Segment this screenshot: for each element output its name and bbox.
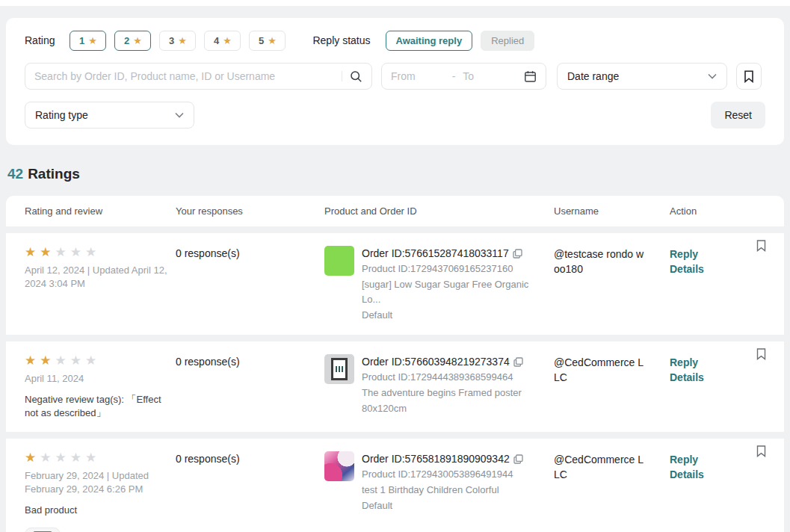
bookmark-icon xyxy=(744,70,754,83)
order-id-line: Order ID:576603948219273374 xyxy=(362,354,523,369)
star-filled-icon: ★ xyxy=(25,245,36,259)
action-cell: Reply Details xyxy=(670,246,765,323)
reply-link[interactable]: Reply xyxy=(670,355,765,370)
star-icon: ★ xyxy=(223,35,232,46)
rating-filter-4-star[interactable]: 4 ★ xyxy=(204,31,241,51)
product-variant: Default xyxy=(362,498,523,513)
copy-icon[interactable] xyxy=(513,454,523,464)
details-link[interactable]: Details xyxy=(670,370,765,385)
star-rating: ★★★★★ xyxy=(25,246,167,259)
rating-3-value: 3 xyxy=(169,35,174,46)
date-range-input[interactable]: From - To xyxy=(381,63,546,90)
order-id-line: Order ID:576581891890909342 xyxy=(362,451,523,466)
action-cell: Reply Details xyxy=(670,451,765,532)
rating-review-cell: ★★★★★ April 12, 2024 | Updated April 12,… xyxy=(25,246,176,323)
star-empty-icon: ★ xyxy=(85,451,96,465)
header-product-and-order-id: Product and Order ID xyxy=(324,205,554,217)
date-to-placeholder: To xyxy=(463,70,524,82)
reply-link[interactable]: Reply xyxy=(670,452,765,467)
reply-status-label: Reply status xyxy=(312,34,370,46)
product-name: The adventure begins Framed poster xyxy=(362,386,523,400)
star-filled-icon: ★ xyxy=(40,353,51,368)
ratings-summary-heading: 42Ratings xyxy=(7,166,783,182)
search-divider xyxy=(342,71,342,81)
star-empty-icon: ★ xyxy=(55,451,67,465)
reply-status-awaiting-button[interactable]: Awaiting reply xyxy=(386,31,473,51)
product-name: [sugar] Low Sugar Sugar Free Organic Lo.… xyxy=(362,277,533,307)
search-box xyxy=(25,63,372,90)
order-id: Order ID:576615287418033117 xyxy=(362,246,509,261)
rating-1-value: 1 xyxy=(79,35,84,46)
copy-icon[interactable] xyxy=(513,249,522,259)
rating-2-value: 2 xyxy=(124,35,129,46)
review-date: April 11, 2024 xyxy=(25,372,168,386)
rating-filter-1-star[interactable]: 1 ★ xyxy=(70,31,106,51)
date-from-placeholder: From xyxy=(391,70,452,82)
bookmark-icon[interactable] xyxy=(756,348,766,360)
product-cell: Order ID:576603948219273374 Product ID:1… xyxy=(324,354,554,420)
rating-filter-5-star[interactable]: 5 ★ xyxy=(249,31,286,51)
username-cell: @testcase rondo woo180 xyxy=(554,246,670,323)
rating-5-value: 5 xyxy=(259,35,264,46)
rating-filter-label: Rating xyxy=(25,34,55,46)
star-filled-icon: ★ xyxy=(25,353,36,368)
header-username: Username xyxy=(554,205,670,217)
product-thumbnail[interactable] xyxy=(324,354,354,384)
ratings-count: 42 xyxy=(7,166,23,182)
bookmark-icon[interactable] xyxy=(756,445,766,457)
review-attachment-thumbnail[interactable] xyxy=(25,528,61,532)
table-row: ★★★★★ February 29, 2024 | Updated Februa… xyxy=(6,439,784,532)
header-action: Action xyxy=(670,205,765,217)
copy-icon[interactable] xyxy=(513,357,523,367)
star-empty-icon: ★ xyxy=(55,353,67,368)
rating-type-select-value: Rating type xyxy=(35,109,88,121)
star-filled-icon: ★ xyxy=(40,245,51,259)
product-id: Product ID:1729430053896491944 xyxy=(362,467,523,482)
star-icon: ★ xyxy=(133,35,142,46)
date-separator: - xyxy=(452,70,456,82)
date-range-select-value: Date range xyxy=(567,70,619,82)
calendar-icon xyxy=(524,70,537,83)
rating-type-select[interactable]: Rating type xyxy=(25,102,194,129)
rating-filter-3-star[interactable]: 3 ★ xyxy=(159,31,196,51)
negative-review-tags: Negative review tag(s): 「Effect not as d… xyxy=(25,393,168,420)
product-id: Product ID:1729444389368599464 xyxy=(362,370,523,385)
reply-status-replied-button[interactable]: Replied xyxy=(481,31,534,51)
bookmark-icon[interactable] xyxy=(756,240,766,252)
review-text: Bad product xyxy=(25,504,168,517)
product-thumbnail[interactable] xyxy=(324,451,354,481)
details-link[interactable]: Details xyxy=(670,262,765,276)
product-thumbnail[interactable] xyxy=(324,246,354,276)
details-link[interactable]: Details xyxy=(670,467,765,482)
search-icon[interactable] xyxy=(350,70,362,83)
responses-cell: 0 response(s) xyxy=(176,246,324,323)
username-cell: @CedCommerce LLC xyxy=(554,354,670,420)
rating-review-cell: ★★★★★ February 29, 2024 | Updated Februa… xyxy=(25,451,176,532)
star-icon: ★ xyxy=(88,35,97,46)
chevron-down-icon xyxy=(708,73,717,79)
filter-card: Rating 1 ★ 2 ★ 3 ★ 4 ★ 5 ★ Reply status … xyxy=(6,18,784,145)
star-filled-icon: ★ xyxy=(25,451,36,465)
responses-cell: 0 response(s) xyxy=(176,451,324,532)
header-rating-and-review: Rating and review xyxy=(25,205,176,217)
saved-filters-bookmark-button[interactable] xyxy=(736,63,762,90)
star-icon: ★ xyxy=(178,35,187,46)
search-input[interactable] xyxy=(34,70,339,82)
product-cell: Order ID:576615287418033117 Product ID:1… xyxy=(324,246,554,323)
responses-cell: 0 response(s) xyxy=(176,354,324,420)
star-rating: ★★★★★ xyxy=(25,451,167,465)
header-your-responses: Your responses xyxy=(176,205,324,217)
product-variant: 80x120cm xyxy=(362,401,523,416)
date-range-select[interactable]: Date range xyxy=(557,63,727,90)
filter-row-type: Rating type Reset xyxy=(25,102,765,129)
rating-review-cell: ★★★★★ April 11, 2024 Negative review tag… xyxy=(25,354,176,420)
reset-button[interactable]: Reset xyxy=(711,102,765,129)
review-date: April 12, 2024 | Updated April 12, 2024 … xyxy=(25,264,168,291)
reply-link[interactable]: Reply xyxy=(670,247,765,262)
product-id: Product ID:1729437069165237160 xyxy=(362,262,533,276)
chevron-down-icon xyxy=(175,112,184,118)
filter-row-search: From - To Date range xyxy=(25,63,765,90)
username-cell: @CedCommerce LLC xyxy=(554,451,670,532)
rating-filter-2-star[interactable]: 2 ★ xyxy=(114,31,151,51)
star-empty-icon: ★ xyxy=(55,245,67,259)
